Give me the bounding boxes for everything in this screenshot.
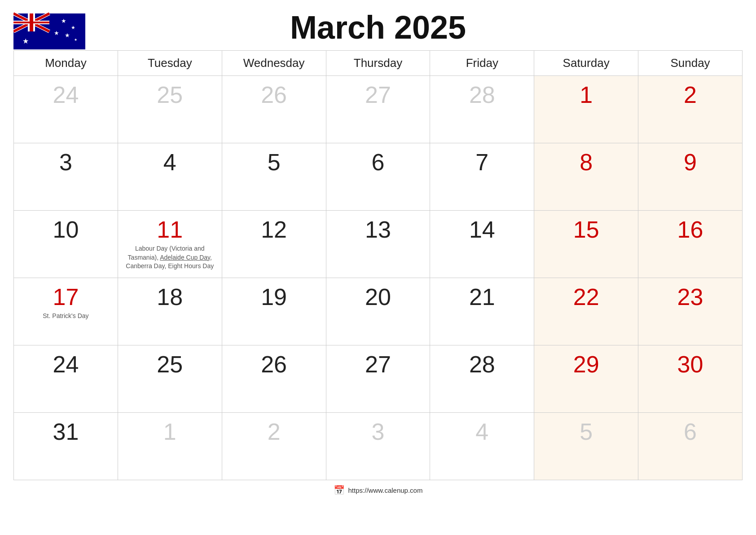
day-number: 22: [573, 284, 599, 310]
calendar-day-cell: 11Labour Day (Victoria and Tasmania), Ad…: [118, 211, 222, 278]
day-cell-inner: 24: [20, 352, 111, 377]
day-number: 15: [573, 217, 599, 243]
day-cell-inner: 18: [124, 284, 215, 310]
calendar-day-cell: 9: [638, 143, 743, 211]
calendar-day-cell: 4: [118, 143, 222, 211]
weekday-header: Friday: [430, 51, 534, 76]
calendar-day-cell: 30: [638, 345, 743, 413]
calendar-day-cell: 6: [638, 413, 743, 480]
day-cell-inner: 28: [436, 352, 527, 377]
calendar-day-cell: 24: [14, 345, 118, 413]
calendar-week-row: 31123456: [14, 413, 743, 480]
day-number: 25: [157, 82, 183, 108]
svg-text:★: ★: [71, 25, 75, 30]
calendar-day-cell: 2: [638, 76, 743, 143]
day-number: 21: [469, 284, 495, 310]
day-number: 26: [261, 352, 287, 377]
day-number: 8: [580, 150, 593, 175]
day-cell-inner: 23: [645, 284, 736, 310]
calendar-week-row: 242526272812: [14, 76, 743, 143]
adelaide-cup-link[interactable]: Adelaide Cup Day: [160, 254, 210, 261]
day-number: 10: [53, 217, 79, 243]
calendar-icon: 📅: [334, 485, 345, 495]
day-number: 25: [157, 352, 183, 377]
day-cell-inner: 14: [436, 217, 527, 243]
page-title: March 2025: [290, 9, 466, 46]
day-number: 23: [677, 284, 703, 310]
day-number: 2: [684, 82, 697, 108]
day-number: 12: [261, 217, 287, 243]
calendar-day-cell: 24: [14, 76, 118, 143]
day-number: 6: [684, 419, 697, 445]
calendar-day-cell: 31: [14, 413, 118, 480]
day-cell-inner: 9: [645, 150, 736, 175]
calendar-day-cell: 25: [118, 76, 222, 143]
day-number: 9: [684, 150, 697, 175]
day-number: 3: [59, 150, 72, 175]
calendar-day-cell: 6: [326, 143, 430, 211]
calendar-day-cell: 18: [118, 278, 222, 345]
svg-text:★: ★: [61, 18, 66, 24]
day-number: 5: [268, 150, 281, 175]
day-number: 18: [157, 284, 183, 310]
day-cell-inner: 5: [541, 419, 632, 445]
calendar-day-cell: 27: [326, 76, 430, 143]
day-number: 7: [475, 150, 488, 175]
svg-text:★: ★: [22, 37, 29, 45]
calendar-day-cell: 26: [222, 76, 326, 143]
day-number: 16: [677, 217, 703, 243]
day-cell-inner: 30: [645, 352, 736, 377]
day-cell-inner: 7: [436, 150, 527, 175]
day-cell-inner: 31: [20, 419, 111, 445]
day-cell-inner: 16: [645, 217, 736, 243]
holiday-text: Labour Day (Victoria and Tasmania), Adel…: [124, 244, 215, 271]
day-cell-inner: 3: [20, 150, 111, 175]
day-cell-inner: 19: [229, 284, 320, 310]
day-cell-inner: 26: [229, 82, 320, 108]
day-number: 17: [53, 284, 79, 310]
calendar-day-cell: 7: [430, 143, 534, 211]
day-cell-inner: 4: [436, 419, 527, 445]
weekday-header: Sunday: [638, 51, 743, 76]
day-cell-inner: 22: [541, 284, 632, 310]
day-cell-inner: 3: [333, 419, 424, 445]
day-number: 3: [371, 419, 384, 445]
calendar-day-cell: 5: [222, 143, 326, 211]
day-cell-inner: 21: [436, 284, 527, 310]
day-number: 24: [53, 82, 79, 108]
calendar-day-cell: 19: [222, 278, 326, 345]
day-number: 6: [371, 150, 384, 175]
day-number: 31: [53, 419, 79, 445]
page-header: ★ ★ ★ ★ ★ ★ March 2025: [13, 9, 743, 46]
calendar-day-cell: 3: [326, 413, 430, 480]
day-number: 1: [163, 419, 176, 445]
day-cell-inner: 25: [124, 82, 215, 108]
day-cell-inner: 27: [333, 82, 424, 108]
calendar-day-cell: 22: [534, 278, 638, 345]
day-number: 1: [580, 82, 593, 108]
day-number: 30: [677, 352, 703, 377]
calendar-day-cell: 29: [534, 345, 638, 413]
calendar-day-cell: 27: [326, 345, 430, 413]
day-number: 26: [261, 82, 287, 108]
day-cell-inner: 29: [541, 352, 632, 377]
day-number: 28: [469, 82, 495, 108]
day-cell-inner: 2: [645, 82, 736, 108]
weekday-header: Monday: [14, 51, 118, 76]
weekday-header: Saturday: [534, 51, 638, 76]
day-cell-inner: 10: [20, 217, 111, 243]
calendar-day-cell: 28: [430, 76, 534, 143]
svg-text:★: ★: [74, 38, 77, 42]
day-cell-inner: 8: [541, 150, 632, 175]
day-cell-inner: 5: [229, 150, 320, 175]
calendar-week-row: 24252627282930: [14, 345, 743, 413]
weekday-header: Tuesday: [118, 51, 222, 76]
day-number: 28: [469, 352, 495, 377]
calendar-day-cell: 26: [222, 345, 326, 413]
calendar-day-cell: 17St. Patrick's Day: [14, 278, 118, 345]
day-number: 20: [365, 284, 391, 310]
calendar-day-cell: 23: [638, 278, 743, 345]
weekday-header: Wednesday: [222, 51, 326, 76]
day-cell-inner: 24: [20, 82, 111, 108]
australia-flag: ★ ★ ★ ★ ★ ★: [13, 9, 85, 54]
